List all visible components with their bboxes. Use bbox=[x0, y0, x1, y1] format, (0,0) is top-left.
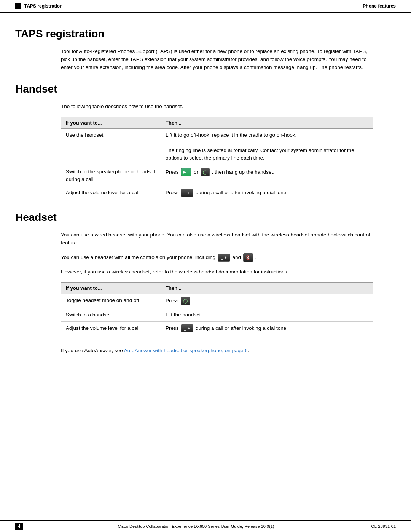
page-footer: 4 Cisco Desktop Collaboration Experience… bbox=[0, 520, 411, 532]
page-number: 4 bbox=[15, 523, 23, 530]
table-row: Switch to a handset Lift the handset. bbox=[61, 308, 373, 321]
handset-intro: The following table describes how to use… bbox=[61, 103, 373, 111]
handset-col1-header: If you want to... bbox=[61, 117, 161, 128]
handset-heading: Handset bbox=[15, 83, 396, 95]
table-row: Adjust the volume level for a call Press… bbox=[61, 186, 373, 200]
handset-row2-want: Switch to the speakerphone or headset du… bbox=[61, 165, 161, 186]
volume-button-icon: ⎯ + bbox=[181, 189, 193, 197]
headset-row3-then: Press ⎯ + during a call or after invokin… bbox=[161, 321, 373, 335]
header-left: TAPS registration bbox=[15, 3, 62, 9]
handset-row3-want: Adjust the volume level for a call bbox=[61, 186, 161, 200]
header-section-title: TAPS registration bbox=[24, 3, 62, 9]
headset-row2-want: Switch to a handset bbox=[61, 308, 161, 321]
main-content: TAPS registration Tool for Auto-Register… bbox=[0, 13, 411, 391]
headset-table: If you want to... Then... Toggle headset… bbox=[61, 282, 373, 335]
headset-col2-header: Then... bbox=[161, 283, 373, 294]
speaker-button-icon: ▶ bbox=[181, 168, 191, 176]
taps-heading: TAPS registration bbox=[15, 28, 396, 40]
headset-button-icon: ◯ bbox=[201, 168, 210, 177]
handset-row3-then: Press ⎯ + during a call or after invokin… bbox=[161, 186, 373, 200]
footer-right: OL-28931-01 bbox=[365, 524, 396, 529]
headset-col1-header: If you want to... bbox=[61, 283, 161, 294]
headset-para3: However, if you use a wireless headset, … bbox=[61, 268, 373, 276]
footer-center-text: Cisco Desktop Collaboration Experience D… bbox=[118, 524, 274, 529]
headset-para2-suffix: . bbox=[255, 254, 256, 260]
handset-row1-want: Use the handset bbox=[61, 128, 161, 165]
headset-para2-prefix: You can use a headset with all the contr… bbox=[61, 254, 215, 260]
mute-button-inline: 🔇 bbox=[243, 253, 253, 262]
headset-para2: You can use a headset with all the contr… bbox=[61, 253, 373, 262]
autoanswer-suffix: . bbox=[248, 348, 249, 353]
header-chapter-title: Phone features bbox=[363, 3, 396, 9]
headset-heading: Headset bbox=[15, 211, 396, 224]
handset-table: If you want to... Then... Use the handse… bbox=[61, 117, 373, 200]
footer-right-text: OL-28931-01 bbox=[371, 524, 396, 529]
handset-row2-then: Press ▶ or ◯ , then hang up the handset. bbox=[161, 165, 373, 186]
autoanswer-link[interactable]: AutoAnswer with headset or speakerphone,… bbox=[124, 348, 248, 353]
handset-row1-then: Lift it to go off-hook; replace it in th… bbox=[161, 128, 373, 165]
headset-row2-then: Lift the handset. bbox=[161, 308, 373, 321]
autoanswer-prefix: If you use AutoAnswer, see bbox=[61, 348, 124, 353]
footer-left: 4 bbox=[15, 523, 27, 530]
headset-table-wrapper: If you want to... Then... Toggle headset… bbox=[61, 282, 373, 335]
header-black-marker bbox=[15, 3, 21, 9]
headset-para1: You can use a wired headset with your ph… bbox=[61, 231, 373, 247]
taps-paragraph: Tool for Auto-Registered Phones Support … bbox=[61, 48, 373, 72]
table-row: Switch to the speakerphone or headset du… bbox=[61, 165, 373, 186]
table-row: Toggle headset mode on and off Press ◯ . bbox=[61, 294, 373, 308]
headset-toggle-button-icon: ◯ bbox=[181, 297, 190, 305]
table-row: Adjust the volume level for a call Press… bbox=[61, 321, 373, 335]
table-row: Use the handset Lift it to go off-hook; … bbox=[61, 128, 373, 165]
handset-col2-header: Then... bbox=[161, 117, 373, 128]
headset-row1-want: Toggle headset mode on and off bbox=[61, 294, 161, 308]
volume-button-inline: ⎯ + bbox=[218, 254, 230, 262]
handset-table-wrapper: If you want to... Then... Use the handse… bbox=[61, 117, 373, 200]
headset-row1-then: Press ◯ . bbox=[161, 294, 373, 308]
volume-button-headset-icon: ⎯ + bbox=[181, 324, 193, 332]
page-header: TAPS registration Phone features bbox=[0, 0, 411, 13]
footer-center: Cisco Desktop Collaboration Experience D… bbox=[27, 524, 365, 529]
autoanswer-note: If you use AutoAnswer, see AutoAnswer wi… bbox=[61, 347, 373, 355]
headset-row3-want: Adjust the volume level for a call bbox=[61, 321, 161, 335]
